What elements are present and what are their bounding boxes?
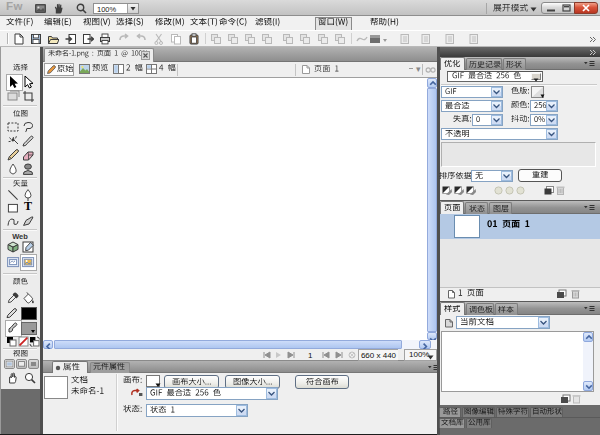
svg-text:1: 1 (308, 351, 313, 359)
